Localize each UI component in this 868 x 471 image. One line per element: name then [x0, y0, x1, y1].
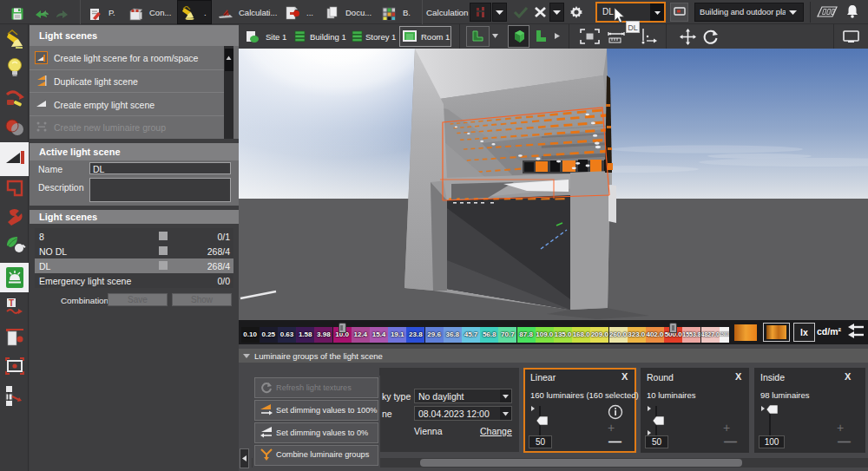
svg-text:T: T: [9, 298, 14, 308]
